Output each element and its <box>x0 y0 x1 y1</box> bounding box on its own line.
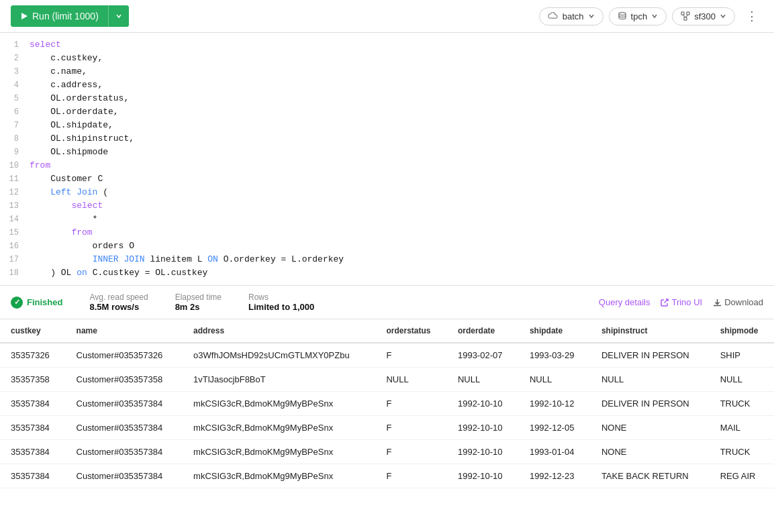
rows-stat: Rows Limited to 1,000 <box>248 292 314 312</box>
table-column-header: address <box>183 319 375 343</box>
download-button[interactable]: Download <box>713 297 763 307</box>
check-icon: ✓ <box>11 297 23 309</box>
table-cell: NONE <box>591 440 710 464</box>
table-row: 35357384Customer#035357384mkCSIG3cR,Bdmo… <box>0 392 774 416</box>
line-number: 13 <box>5 199 30 213</box>
code-line: 17 INNER JOIN lineitem L ON O.orderkey =… <box>0 253 774 266</box>
tpch-label: tpch <box>631 11 648 21</box>
table-cell: NULL <box>447 368 519 392</box>
code-content[interactable]: select <box>30 199 103 213</box>
toolbar-left: Run (limit 1000) <box>11 5 129 27</box>
table-cell: Customer#035357384 <box>66 416 183 440</box>
table-cell: 1992-10-10 <box>447 464 519 488</box>
table-cell: TRUCK <box>710 392 774 416</box>
code-content[interactable]: OL.shipdate, <box>30 119 113 132</box>
code-content[interactable]: Customer C <box>30 172 103 186</box>
query-details-button[interactable]: Query details <box>599 297 650 307</box>
table-cell: 35357384 <box>0 440 66 464</box>
code-content[interactable]: * <box>30 213 97 226</box>
code-content[interactable]: from <box>30 226 93 240</box>
line-number: 3 <box>5 65 30 78</box>
chevron-down-icon <box>115 13 122 19</box>
rows-value: Limited to 1,000 <box>248 302 314 312</box>
database-icon <box>618 11 627 21</box>
line-number: 2 <box>5 52 30 65</box>
code-content[interactable]: c.address, <box>30 78 103 92</box>
code-line: 4 c.address, <box>0 78 774 92</box>
code-editor[interactable]: 1select2 c.custkey,3 c.name,4 c.address,… <box>0 33 774 286</box>
line-number: 18 <box>5 266 30 280</box>
table-cell: NONE <box>591 416 710 440</box>
code-content[interactable]: INNER JOIN lineitem L ON O.orderkey = L.… <box>30 253 344 266</box>
line-number: 17 <box>5 253 30 266</box>
table-cell: NULL <box>519 368 591 392</box>
code-line: 15 from <box>0 226 774 240</box>
run-button-main[interactable]: Run (limit 1000) <box>11 5 108 27</box>
line-number: 7 <box>5 119 30 132</box>
toolbar: Run (limit 1000) batch tp <box>0 0 774 33</box>
code-line: 13 select <box>0 199 774 213</box>
code-content[interactable]: ) OL on C.custkey = OL.custkey <box>30 266 207 280</box>
table-row: 35357358Customer#0353573581vTlJasocjbF8B… <box>0 368 774 392</box>
more-options-button[interactable]: ⋮ <box>740 6 763 26</box>
code-content[interactable]: OL.orderdate, <box>30 105 119 119</box>
code-content[interactable]: OL.shipinstruct, <box>30 132 134 146</box>
finished-status: ✓ Finished <box>11 297 62 309</box>
trino-ui-button[interactable]: Trino UI <box>661 297 702 307</box>
run-dropdown-arrow[interactable] <box>108 5 129 27</box>
code-content[interactable]: OL.shipmode <box>30 146 108 159</box>
code-line: 6 OL.orderdate, <box>0 105 774 119</box>
code-content[interactable]: c.name, <box>30 65 87 78</box>
table-cell: Customer#035357384 <box>66 464 183 488</box>
table-column-header: shipmode <box>710 319 774 343</box>
code-content[interactable]: Left Join ( <box>30 186 108 199</box>
play-icon <box>20 12 28 20</box>
table-cell: 35357384 <box>0 392 66 416</box>
code-content[interactable]: OL.orderstatus, <box>30 92 129 105</box>
table-cell: 1992-10-10 <box>447 392 519 416</box>
code-content[interactable]: orders O <box>30 240 134 253</box>
table-cell: F <box>375 392 446 416</box>
table-cell: 35357326 <box>0 343 66 368</box>
download-icon <box>713 298 722 307</box>
table-cell: 35357384 <box>0 464 66 488</box>
table-cell: Customer#035357384 <box>66 440 183 464</box>
results-table: custkeynameaddressorderstatusorderdatesh… <box>0 319 774 488</box>
line-number: 5 <box>5 92 30 105</box>
table-cell: TAKE BACK RETURN <box>591 464 710 488</box>
code-line: 18 ) OL on C.custkey = OL.custkey <box>0 266 774 280</box>
code-content[interactable]: c.custkey, <box>30 52 103 65</box>
tpch-selector[interactable]: tpch <box>609 7 667 25</box>
table-cell: DELIVER IN PERSON <box>591 392 710 416</box>
run-button[interactable]: Run (limit 1000) <box>11 5 129 27</box>
sf300-label: sf300 <box>694 11 716 21</box>
avg-speed-stat: Avg. read speed 8.5M rows/s <box>89 292 148 312</box>
table-row: 35357384Customer#035357384mkCSIG3cR,Bdmo… <box>0 464 774 488</box>
table-cell: 1992-10-10 <box>447 440 519 464</box>
batch-label: batch <box>563 11 584 21</box>
table-cell: 1992-12-05 <box>519 416 591 440</box>
code-content[interactable]: select <box>30 38 61 52</box>
avg-speed-value: 8.5M rows/s <box>89 302 148 312</box>
elapsed-label: Elapsed time <box>175 292 222 302</box>
status-bar-actions: Query details Trino UI Download <box>599 297 763 307</box>
table-cell: Customer#035357358 <box>66 368 183 392</box>
code-line: 10from <box>0 159 774 172</box>
sf300-selector[interactable]: sf300 <box>672 7 735 25</box>
table-cell: 35357384 <box>0 416 66 440</box>
table-cell: F <box>375 343 446 368</box>
table-cell: NULL <box>591 368 710 392</box>
code-line: 16 orders O <box>0 240 774 253</box>
table-cell: mkCSIG3cR,BdmoKMg9MyBPeSnx <box>183 416 375 440</box>
chevron-down-icon <box>720 13 726 19</box>
table-cell: DELIVER IN PERSON <box>591 343 710 368</box>
download-label: Download <box>724 297 763 307</box>
batch-selector[interactable]: batch <box>539 7 603 25</box>
line-number: 4 <box>5 78 30 92</box>
toolbar-right: batch tpch sf300 <box>539 6 763 26</box>
line-number: 9 <box>5 146 30 159</box>
code-line: 14 * <box>0 213 774 226</box>
finished-label: Finished <box>27 297 62 307</box>
code-content[interactable]: from <box>30 159 50 172</box>
table-cell: mkCSIG3cR,BdmoKMg9MyBPeSnx <box>183 464 375 488</box>
